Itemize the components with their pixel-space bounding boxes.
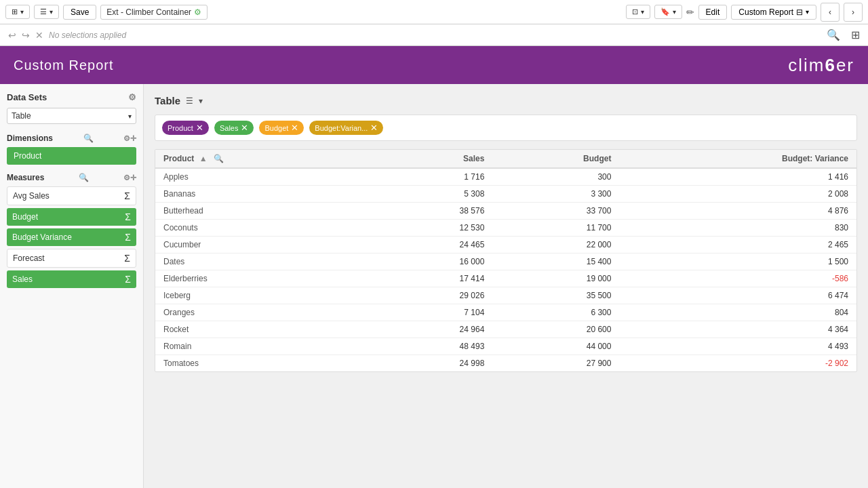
dimension-product[interactable]: Product: [7, 147, 136, 165]
col-search-icon[interactable]: 🔍: [214, 154, 224, 163]
monitor-icon: ⊡: [632, 7, 638, 16]
col-product[interactable]: Product ▲ 🔍: [155, 150, 374, 168]
cell-product: Rocket: [155, 321, 374, 338]
grid-icon: ⊞: [12, 7, 18, 16]
measures-settings-icon[interactable]: ⚙✛: [123, 174, 136, 182]
measures-search-icon[interactable]: 🔍: [79, 173, 89, 182]
cell-budget: 300: [492, 168, 619, 186]
cell-variance: 1 500: [619, 253, 856, 270]
chip-budget-variance-close[interactable]: ✕: [370, 123, 378, 133]
data-table-container: Product ▲ 🔍 Sales Budget Budget: Varianc…: [155, 149, 857, 372]
filter-icon[interactable]: ⊞: [851, 28, 860, 41]
measure-budget-variance-label: Budget Variance: [12, 232, 72, 242]
list-icon: ☰: [40, 7, 47, 16]
nav-next-button[interactable]: ›: [844, 3, 863, 22]
sort-icon: ▲: [199, 154, 208, 163]
col-budget[interactable]: Budget: [492, 150, 619, 168]
pencil-icon: ✏: [686, 7, 694, 18]
measure-forecast-sigma: Σ: [124, 253, 130, 264]
cell-product: Butterhead: [155, 203, 374, 220]
custom-report-button[interactable]: Custom Report ⊟ ▾: [731, 5, 816, 20]
search-icon[interactable]: 🔍: [827, 28, 840, 41]
col-variance[interactable]: Budget: Variance: [619, 150, 856, 168]
table-icon[interactable]: ☰: [186, 96, 193, 106]
dimensions-search-icon[interactable]: 🔍: [83, 134, 94, 143]
dimensions-settings-icon[interactable]: ⚙✛: [123, 134, 136, 143]
measure-budget[interactable]: Budget Σ: [7, 208, 136, 226]
list-toggle-btn[interactable]: ☰ ▾: [34, 5, 59, 19]
table-row: Apples1 7163001 416: [155, 168, 856, 186]
col-sales[interactable]: Sales: [374, 150, 492, 168]
measures-section-title: Measures 🔍 ⚙✛: [7, 173, 136, 182]
cell-sales: 12 530: [374, 220, 492, 237]
filter-chips-container: Product ✕ Sales ✕ Budget ✕ Budget:Varian…: [155, 115, 857, 141]
cell-product: Coconuts: [155, 220, 374, 237]
table-row: Rocket24 96420 6004 364: [155, 321, 856, 338]
datasets-section-title: Data Sets ⚙: [7, 92, 136, 102]
cell-budget: 22 000: [492, 237, 619, 253]
cell-sales: 48 493: [374, 338, 492, 355]
cell-sales: 24 964: [374, 321, 492, 338]
chip-product[interactable]: Product ✕: [162, 121, 209, 135]
chip-budget[interactable]: Budget ✕: [259, 121, 304, 135]
monitor-button[interactable]: ⊡ ▾: [626, 5, 650, 19]
cell-product: Bananas: [155, 186, 374, 203]
panel-dropdown-icon[interactable]: ▾: [199, 96, 203, 106]
cell-sales: 24 998: [374, 355, 492, 372]
chip-sales-close[interactable]: ✕: [241, 123, 248, 133]
table-row: Cucumber24 46522 0002 465: [155, 237, 856, 253]
bookmark-button[interactable]: 🔖 ▾: [654, 5, 682, 19]
chip-budget-close[interactable]: ✕: [291, 123, 298, 133]
chip-budget-label: Budget: [264, 124, 288, 132]
dimension-product-label: Product: [14, 151, 41, 161]
cell-budget: 15 400: [492, 253, 619, 270]
chevron-down-icon: ▾: [20, 8, 24, 16]
cell-product: Elderberries: [155, 270, 374, 287]
col-sales-label: Sales: [463, 154, 484, 163]
forward-icon[interactable]: ↪: [22, 30, 30, 41]
measure-sales[interactable]: Sales Σ: [7, 270, 136, 288]
chip-product-close[interactable]: ✕: [196, 123, 203, 133]
measure-avg-sales-sigma: Σ: [124, 190, 130, 201]
table-row: Tomatoes24 99827 900-2 902: [155, 355, 856, 372]
table-row: Butterhead38 57633 7004 876: [155, 203, 856, 220]
toolbar-left: ⊞ ▾ ☰ ▾ Save Ext - Climber Container ⚙: [5, 5, 622, 20]
cell-product: Apples: [155, 168, 374, 186]
measure-budget-variance[interactable]: Budget Variance Σ: [7, 228, 136, 246]
cell-budget: 27 900: [492, 355, 619, 372]
cell-variance: 4 364: [619, 321, 856, 338]
chevron-right-icon: ›: [852, 7, 854, 17]
cell-sales: 7 104: [374, 304, 492, 321]
measure-avg-sales[interactable]: Avg Sales Σ: [7, 186, 136, 205]
report-icon: ⊟: [796, 7, 803, 17]
cell-budget: 44 000: [492, 338, 619, 355]
cell-budget: 19 000: [492, 270, 619, 287]
cell-variance: -2 902: [619, 355, 856, 372]
nav-prev-button[interactable]: ‹: [821, 3, 840, 22]
table-row: Iceberg29 02635 5006 474: [155, 287, 856, 304]
measure-budget-label: Budget: [12, 212, 38, 222]
cell-budget: 6 300: [492, 304, 619, 321]
back-icon[interactable]: ↩: [8, 30, 16, 41]
cell-variance: 2 465: [619, 237, 856, 253]
datasets-gear-icon[interactable]: ⚙: [128, 92, 136, 102]
chevron-down-icon5: ▾: [806, 8, 809, 16]
app-title-button[interactable]: Ext - Climber Container ⚙: [100, 5, 208, 20]
chip-budget-variance[interactable]: Budget:Varian... ✕: [309, 121, 383, 135]
clear-icon[interactable]: ✕: [35, 30, 43, 41]
measure-forecast[interactable]: Forecast Σ: [7, 249, 136, 268]
datasets-label: Data Sets: [7, 92, 47, 102]
chip-sales-label: Sales: [220, 124, 239, 132]
edit-button[interactable]: Edit: [698, 5, 728, 20]
dataset-dropdown[interactable]: Table ▾: [7, 108, 136, 124]
chip-sales[interactable]: Sales ✕: [214, 121, 254, 135]
panel-title: Table: [155, 95, 180, 106]
cell-variance: -586: [619, 270, 856, 287]
selection-bar: ↩ ↪ ✕ No selections applied 🔍 ⊞: [0, 24, 868, 46]
cell-product: Dates: [155, 253, 374, 270]
measure-sales-label: Sales: [12, 274, 33, 284]
view-toggle-btn[interactable]: ⊞ ▾: [5, 5, 30, 19]
cell-budget: 3 300: [492, 186, 619, 203]
save-button[interactable]: Save: [63, 5, 96, 20]
cell-variance: 2 008: [619, 186, 856, 203]
